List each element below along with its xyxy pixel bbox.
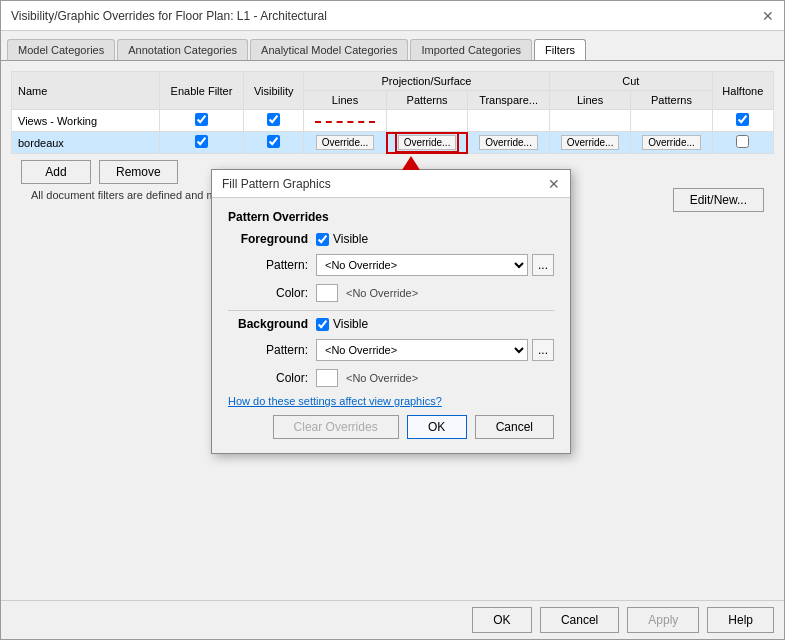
halftone-checkbox-1[interactable] [736, 135, 749, 148]
main-buttons: OK Cancel Apply Help [1, 600, 784, 639]
enable-filter-bordeaux[interactable] [159, 132, 244, 154]
enable-filter-checkbox-1[interactable] [195, 135, 208, 148]
foreground-color-label: Color: [228, 286, 308, 300]
col-header-proj-patterns: Patterns [386, 91, 467, 110]
col-header-name: Name [12, 72, 160, 110]
foreground-visible-checkbox[interactable] [316, 233, 329, 246]
foreground-color-value: <No Override> [346, 287, 418, 299]
window-close-icon[interactable]: ✕ [762, 8, 774, 24]
halftone-bordeaux[interactable] [712, 132, 773, 154]
apply-button[interactable]: Apply [627, 607, 699, 633]
filter-name-views-working: Views - Working [12, 110, 160, 132]
filter-name-bordeaux: bordeaux [12, 132, 160, 154]
proj-lines-bordeaux[interactable]: Override... [304, 132, 387, 154]
tab-analytical-model-categories[interactable]: Analytical Model Categories [250, 39, 408, 60]
background-visible-label[interactable]: Visible [316, 317, 368, 331]
dialog-content: Pattern Overrides Foreground Visible Pat… [212, 198, 570, 453]
dialog-arrow [402, 156, 420, 170]
background-color-group: <No Override> [316, 369, 418, 387]
col-header-cut-lines: Lines [549, 91, 630, 110]
title-bar: Visibility/Graphic Overrides for Floor P… [1, 1, 784, 31]
pattern-overrides-title: Pattern Overrides [228, 210, 554, 224]
proj-lines-override-btn[interactable]: Override... [316, 135, 375, 150]
background-pattern-browse-btn[interactable]: ... [532, 339, 554, 361]
cut-patterns-views-working [631, 110, 712, 132]
enable-filter-checkbox-0[interactable] [195, 113, 208, 126]
cut-patterns-override-btn[interactable]: Override... [642, 135, 701, 150]
visibility-views-working[interactable] [244, 110, 304, 132]
foreground-label: Foreground [228, 232, 308, 246]
dialog-ok-button[interactable]: OK [407, 415, 467, 439]
cancel-button[interactable]: Cancel [540, 607, 619, 633]
proj-transparency-bordeaux[interactable]: Override... [468, 132, 550, 154]
foreground-row: Foreground Visible [228, 232, 554, 246]
col-header-enable-filter: Enable Filter [159, 72, 244, 110]
proj-transparency-views-working [468, 110, 550, 132]
visibility-checkbox-0[interactable] [267, 113, 280, 126]
remove-button[interactable]: Remove [99, 160, 178, 184]
dialog-titlebar: Fill Pattern Graphics ✕ [212, 170, 570, 198]
visibility-checkbox-1[interactable] [267, 135, 280, 148]
col-header-cut-patterns: Patterns [631, 91, 712, 110]
halftone-checkbox-0[interactable] [736, 113, 749, 126]
background-color-value: <No Override> [346, 372, 418, 384]
dialog-cancel-button[interactable]: Cancel [475, 415, 554, 439]
tab-annotation-categories[interactable]: Annotation Categories [117, 39, 248, 60]
table-row[interactable]: bordeaux Override... Override... Overri [12, 132, 774, 154]
tab-imported-categories[interactable]: Imported Categories [410, 39, 532, 60]
background-pattern-group: <No Override> ... [316, 339, 554, 361]
foreground-visible-label[interactable]: Visible [316, 232, 368, 246]
foreground-pattern-label: Pattern: [228, 258, 308, 272]
foreground-pattern-row: Pattern: <No Override> ... [228, 254, 554, 276]
help-button[interactable]: Help [707, 607, 774, 633]
fill-pattern-dialog: Fill Pattern Graphics ✕ Pattern Override… [211, 169, 571, 454]
foreground-color-row: Color: <No Override> [228, 284, 554, 302]
col-header-projection-surface: Projection/Surface [304, 72, 550, 91]
edit-new-button[interactable]: Edit/New... [673, 188, 764, 212]
cut-lines-bordeaux[interactable]: Override... [549, 132, 630, 154]
window-title: Visibility/Graphic Overrides for Floor P… [11, 9, 327, 23]
dialog-title: Fill Pattern Graphics [222, 177, 331, 191]
tabs-bar: Model Categories Annotation Categories A… [1, 31, 784, 61]
foreground-pattern-select[interactable]: <No Override> [316, 254, 528, 276]
background-label: Background [228, 317, 308, 331]
proj-patterns-override-btn[interactable]: Override... [398, 135, 457, 150]
col-header-cut: Cut [549, 72, 712, 91]
proj-patterns-bordeaux[interactable]: Override... [386, 132, 467, 154]
table-row: Views - Working [12, 110, 774, 132]
cut-lines-views-working [549, 110, 630, 132]
foreground-color-swatch[interactable] [316, 284, 338, 302]
background-pattern-select[interactable]: <No Override> [316, 339, 528, 361]
proj-lines-views-working [304, 110, 387, 132]
ok-button[interactable]: OK [472, 607, 532, 633]
foreground-color-group: <No Override> [316, 284, 418, 302]
cut-lines-override-btn[interactable]: Override... [561, 135, 620, 150]
main-window: Visibility/Graphic Overrides for Floor P… [0, 0, 785, 640]
background-row: Background Visible [228, 317, 554, 331]
proj-patterns-views-working [386, 110, 467, 132]
halftone-views-working[interactable] [712, 110, 773, 132]
filter-table: Name Enable Filter Visibility Projection… [11, 71, 774, 154]
foreground-pattern-group: <No Override> ... [316, 254, 554, 276]
background-visible-text: Visible [333, 317, 368, 331]
clear-overrides-button[interactable]: Clear Overrides [273, 415, 399, 439]
foreground-pattern-browse-btn[interactable]: ... [532, 254, 554, 276]
background-pattern-row: Pattern: <No Override> ... [228, 339, 554, 361]
background-color-row: Color: <No Override> [228, 369, 554, 387]
tab-filters[interactable]: Filters [534, 39, 586, 60]
background-pattern-label: Pattern: [228, 343, 308, 357]
divider-1 [228, 310, 554, 311]
tab-model-categories[interactable]: Model Categories [7, 39, 115, 60]
proj-transparency-override-btn[interactable]: Override... [479, 135, 538, 150]
enable-filter-views-working[interactable] [159, 110, 244, 132]
col-header-halftone: Halftone [712, 72, 773, 110]
dialog-close-button[interactable]: ✕ [548, 176, 560, 192]
cut-patterns-bordeaux[interactable]: Override... [631, 132, 712, 154]
background-visible-checkbox[interactable] [316, 318, 329, 331]
visibility-bordeaux[interactable] [244, 132, 304, 154]
background-color-swatch[interactable] [316, 369, 338, 387]
help-link[interactable]: How do these settings affect view graphi… [228, 395, 554, 407]
add-button[interactable]: Add [21, 160, 91, 184]
foreground-visible-text: Visible [333, 232, 368, 246]
col-header-proj-lines: Lines [304, 91, 387, 110]
